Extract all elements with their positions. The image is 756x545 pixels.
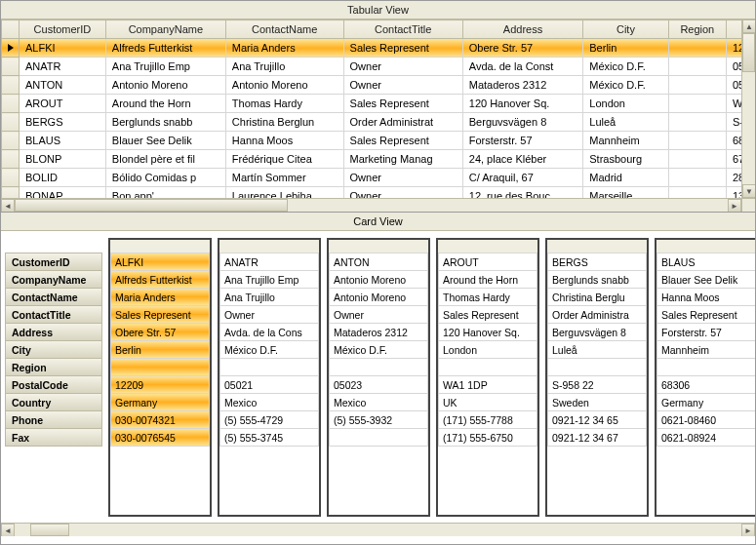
scroll-down-button[interactable]: ▼ [742, 184, 755, 198]
cell[interactable] [668, 113, 726, 132]
card-value[interactable]: Sales Represent [438, 305, 537, 324]
card-horizontal-scrollbar[interactable]: ◄ ► [1, 523, 755, 536]
card-value[interactable]: 030-0076545 [110, 428, 210, 447]
cell[interactable]: Around the Horn [105, 95, 225, 113]
card-header[interactable] [219, 240, 319, 253]
cell[interactable]: Forsterstr. 57 [462, 132, 583, 150]
cell[interactable]: BONAP [20, 187, 106, 199]
column-header[interactable]: CustomerID [20, 20, 106, 39]
row-header[interactable] [2, 95, 20, 113]
cell[interactable]: Frédérique Citea [225, 150, 343, 169]
column-header[interactable]: City [583, 20, 668, 39]
card-header[interactable] [110, 240, 210, 253]
cell[interactable]: Owner [343, 58, 462, 76]
table-row[interactable]: BOLIDBólido Comidas pMartín SommerOwnerC… [2, 169, 742, 187]
cell[interactable] [668, 132, 726, 150]
cell[interactable]: 12 [727, 39, 742, 58]
column-header[interactable]: Region [668, 20, 726, 39]
table-row[interactable]: BONAPBon app'Laurence LebihaOwner12, rue… [2, 187, 742, 199]
cell[interactable]: Bon app' [105, 187, 225, 199]
cell[interactable]: Mannheim [583, 132, 668, 150]
scroll-left-button[interactable]: ◄ [1, 199, 15, 213]
card-value[interactable]: WA1 1DP [438, 375, 537, 394]
card-value[interactable]: Mexico [219, 393, 319, 411]
card-value[interactable]: Hanna Moos [657, 288, 755, 306]
card-value[interactable]: 0921-12 34 67 [547, 428, 647, 447]
row-header[interactable] [2, 132, 20, 150]
row-header[interactable] [2, 150, 20, 169]
cell[interactable]: Owner [343, 169, 462, 187]
card-value[interactable]: (5) 555-3932 [329, 410, 428, 429]
cell[interactable]: 05 [727, 76, 742, 95]
cell[interactable] [668, 187, 726, 199]
card[interactable]: BLAUSBlauer See DelikHanna MoosSales Rep… [655, 238, 755, 517]
cell[interactable]: 68 [727, 132, 742, 150]
cell[interactable]: 24, place Kléber [462, 150, 583, 169]
card-value[interactable]: London [438, 340, 537, 359]
card-value[interactable]: Blauer See Delik [657, 270, 755, 289]
cell[interactable]: Thomas Hardy [225, 95, 343, 113]
cell[interactable]: 28 [727, 169, 742, 187]
scroll-thumb[interactable] [15, 199, 288, 212]
row-header[interactable] [2, 58, 20, 76]
cell[interactable]: Maria Anders [225, 39, 343, 58]
card-value[interactable]: Forsterstr. 57 [657, 323, 755, 341]
card-value[interactable]: Mannheim [657, 340, 755, 359]
card-value[interactable] [438, 358, 537, 376]
card-value[interactable]: 05023 [329, 375, 428, 394]
cell[interactable]: AROUT [20, 95, 106, 113]
scroll-thumb[interactable] [30, 524, 69, 536]
cell[interactable] [668, 150, 726, 169]
cell[interactable]: ALFKI [20, 39, 106, 58]
card-value[interactable] [110, 358, 210, 376]
column-header[interactable]: ContactTitle [343, 20, 462, 39]
cell[interactable]: Ana Trujillo [225, 58, 343, 76]
card[interactable]: ANTONAntonio MorenoAntonio MorenoOwnerMa… [327, 238, 430, 517]
card-value[interactable]: Christina Berglu [547, 288, 647, 306]
cell[interactable]: Bólido Comidas p [105, 169, 225, 187]
card-value[interactable]: Maria Anders [110, 288, 210, 306]
row-header[interactable] [2, 169, 20, 187]
card-value[interactable]: Mataderos 2312 [329, 323, 428, 341]
card-value[interactable]: Berlin [110, 340, 210, 359]
cell[interactable] [668, 58, 726, 76]
cell[interactable]: Marketing Manag [343, 150, 462, 169]
column-header[interactable]: Address [462, 20, 583, 39]
card-value[interactable]: Berglunds snabb [547, 270, 647, 289]
scroll-up-button[interactable]: ▲ [742, 19, 755, 33]
card-value[interactable]: Thomas Hardy [438, 288, 537, 306]
cell[interactable]: Owner [343, 187, 462, 199]
row-header-corner[interactable] [2, 20, 20, 39]
cell[interactable]: Ana Trujillo Emp [105, 58, 225, 76]
card-value[interactable]: Owner [329, 305, 428, 324]
card[interactable]: ALFKIAlfreds FutterkistMaria AndersSales… [108, 238, 212, 517]
cell[interactable]: Avda. de la Const [462, 58, 583, 76]
card-value[interactable] [219, 358, 319, 376]
card-value[interactable] [329, 428, 428, 447]
cell[interactable]: Martín Sommer [225, 169, 343, 187]
card-value[interactable]: Obere Str. 57 [110, 323, 210, 341]
cell[interactable]: Madrid [583, 169, 668, 187]
cell[interactable]: Luleå [583, 113, 668, 132]
card-value[interactable]: México D.F. [329, 340, 428, 359]
card-value[interactable]: 030-0074321 [110, 410, 210, 429]
row-header[interactable] [2, 76, 20, 95]
table-row[interactable]: AROUTAround the HornThomas HardySales Re… [2, 95, 742, 113]
cell[interactable]: Alfreds Futterkist [105, 39, 225, 58]
cell[interactable]: Hanna Moos [225, 132, 343, 150]
column-header[interactable]: ContactName [225, 20, 343, 39]
cell[interactable]: ANTON [20, 76, 106, 95]
table-row[interactable]: ANTONAntonio MorenoAntonio MorenoOwnerMa… [2, 76, 742, 95]
table-row[interactable]: BERGSBerglunds snabbChristina BerglunOrd… [2, 113, 742, 132]
card-value[interactable]: ANATR [219, 253, 319, 271]
card-value[interactable]: BLAUS [657, 253, 755, 271]
cell[interactable]: BERGS [20, 113, 106, 132]
card-value[interactable]: Germany [110, 393, 210, 411]
card-value[interactable]: Antonio Moreno [329, 270, 428, 289]
card-value[interactable]: 12209 [110, 375, 210, 394]
card-value[interactable]: (5) 555-4729 [219, 410, 319, 429]
cell[interactable]: México D.F. [583, 58, 668, 76]
cell[interactable]: Christina Berglun [225, 113, 343, 132]
card-value[interactable]: Germany [657, 393, 755, 411]
card-value[interactable]: ANTON [329, 253, 428, 271]
